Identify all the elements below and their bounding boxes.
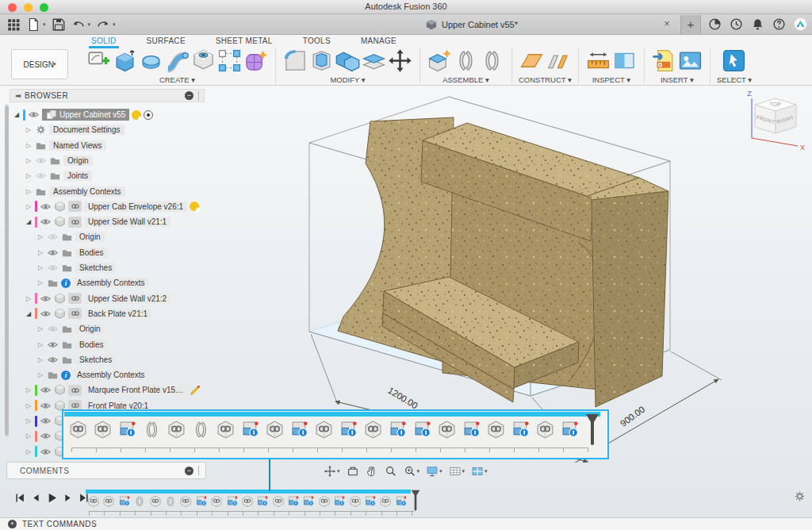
- visibility-eye-icon[interactable]: [28, 109, 40, 121]
- document-tab[interactable]: Upper Cabinet v55*: [262, 14, 682, 35]
- toolbar-group-label-construct[interactable]: CONSTRUCT ▾: [519, 75, 572, 84]
- browser-row[interactable]: ◢Back Plate v21:1: [25, 306, 151, 321]
- browser-item-label[interactable]: Document Settings: [49, 125, 124, 135]
- browser-item-label[interactable]: Assembly Contexts: [49, 186, 125, 197]
- browser-item-label[interactable]: Origin: [63, 156, 93, 166]
- insert-canvas-button[interactable]: [677, 48, 703, 74]
- timeline-info-marker[interactable]: [364, 495, 377, 508]
- orbit-button[interactable]: ▾: [324, 465, 340, 478]
- joint-button[interactable]: [453, 48, 479, 74]
- browser-row[interactable]: ▷Marquee Front Plate v15…: [25, 382, 201, 398]
- browser-row[interactable]: ▷Upper Cab Envelope v26:1: [25, 199, 199, 214]
- browser-item-label[interactable]: Joints: [63, 171, 92, 181]
- help-icon[interactable]: [772, 17, 786, 31]
- ribbon-tab-manage[interactable]: MANAGE: [358, 36, 399, 48]
- timeline-link-marker[interactable]: [149, 495, 162, 508]
- timeline-link-marker[interactable]: [167, 420, 186, 440]
- visibility-eye-icon[interactable]: [47, 231, 59, 243]
- ribbon-tab-surface[interactable]: SURFACE: [144, 36, 188, 48]
- viewports-button[interactable]: ▾: [471, 465, 488, 478]
- browser-item-label[interactable]: Upper Side Wall v21:1: [84, 217, 170, 227]
- expand-arrow-icon[interactable]: ▷: [25, 203, 33, 210]
- fillet-button[interactable]: [282, 48, 308, 74]
- toolbar-group-label-assemble[interactable]: ASSEMBLE ▾: [442, 75, 489, 84]
- toolbar-group-label-insert[interactable]: INSERT ▾: [661, 75, 694, 84]
- timeline-joint-marker[interactable]: [191, 420, 211, 440]
- browser-row[interactable]: ▷Bodies: [36, 245, 108, 260]
- viewcube[interactable]: TOP FRONT RIGHT Z X: [744, 89, 810, 156]
- timeline-link-marker[interactable]: [93, 420, 113, 440]
- timeline-info-marker[interactable]: [333, 495, 346, 508]
- browser-item-label[interactable]: Origin: [75, 324, 105, 334]
- timeline-settings-gear-icon[interactable]: [793, 490, 806, 503]
- browser-item-label[interactable]: Assembly Contexts: [73, 370, 149, 380]
- timeline-link-marker[interactable]: [318, 495, 331, 508]
- browser-item-label[interactable]: Upper Cabinet v55: [42, 109, 129, 121]
- browser-scrollbar-thumb[interactable]: [5, 106, 9, 436]
- panel-toggle-icon[interactable]: −: [185, 91, 193, 100]
- caret-down-icon[interactable]: ▾: [113, 21, 116, 28]
- expand-arrow-icon[interactable]: ▷: [25, 386, 33, 394]
- browser-item-label[interactable]: Sketches: [75, 263, 116, 273]
- timeline-joint-marker[interactable]: [142, 420, 162, 440]
- browser-row[interactable]: ▷iAssembly Contexts: [36, 367, 149, 382]
- playback-go-start-button[interactable]: [14, 492, 26, 504]
- playback-step-back-button[interactable]: [30, 492, 42, 504]
- timeline-info-marker[interactable]: [302, 495, 315, 508]
- measure-button[interactable]: [585, 48, 611, 74]
- expand-arrow-icon[interactable]: ▷: [36, 371, 44, 378]
- ribbon-tab-tools[interactable]: TOOLS: [301, 36, 333, 48]
- timeline-link-marker[interactable]: [216, 420, 236, 440]
- browser-row[interactable]: ▷Origin: [36, 229, 105, 244]
- section-analysis-button[interactable]: [611, 48, 638, 74]
- ribbon-tab-sheet-metal[interactable]: SHEET METAL: [213, 36, 275, 48]
- recent-icon[interactable]: [730, 17, 743, 31]
- expand-arrow-icon[interactable]: ▷: [36, 233, 44, 240]
- job-status-icon[interactable]: [708, 17, 722, 31]
- visibility-eye-icon[interactable]: [47, 323, 59, 335]
- timeline-info-marker[interactable]: [118, 495, 131, 508]
- combine-button[interactable]: [335, 48, 361, 74]
- look-at-button[interactable]: [347, 465, 359, 478]
- visibility-eye-icon[interactable]: [40, 201, 52, 213]
- autodesk-account-icon[interactable]: [794, 17, 807, 31]
- visibility-eye-icon[interactable]: [40, 446, 52, 458]
- comments-panel-header[interactable]: COMMENTS −: [6, 462, 206, 479]
- zoom-window-button[interactable]: ▾: [404, 465, 420, 478]
- timeline-link-marker[interactable]: [349, 495, 362, 508]
- timeline-link-marker[interactable]: [272, 495, 285, 508]
- visibility-eye-icon[interactable]: [47, 339, 59, 351]
- activate-component-radio[interactable]: [144, 110, 153, 120]
- expand-arrow-icon[interactable]: ▷: [36, 279, 44, 286]
- timeline-link-marker[interactable]: [486, 420, 506, 440]
- new-tab-button[interactable]: +: [680, 15, 701, 34]
- timeline-info-marker[interactable]: [240, 420, 260, 440]
- expand-arrow-icon[interactable]: ▷: [36, 341, 44, 348]
- browser-row[interactable]: ▷: [25, 413, 66, 428]
- expand-arrow-icon[interactable]: ▷: [25, 432, 33, 440]
- playback-step-forward-button[interactable]: [62, 492, 74, 504]
- browser-row[interactable]: ▷Sketches: [36, 260, 116, 275]
- expand-arrow-icon[interactable]: ▷: [36, 264, 44, 271]
- timeline-link-marker[interactable]: [87, 495, 100, 508]
- browser-row[interactable]: ▷Joints: [25, 168, 92, 183]
- browser-item-label[interactable]: Bodies: [75, 248, 108, 258]
- toolbar-group-label-inspect[interactable]: INSPECT ▾: [592, 75, 630, 84]
- browser-item-label[interactable]: Upper Side Wall v21:2: [84, 294, 170, 304]
- browser-item-label[interactable]: Origin: [75, 232, 105, 242]
- collapse-arrow-icon[interactable]: ◢: [25, 218, 33, 225]
- browser-row[interactable]: ▷Named Views: [25, 138, 106, 153]
- collapse-panel-icon[interactable]: ◂◂: [15, 92, 20, 99]
- timeline-info-marker[interactable]: [256, 495, 269, 508]
- browser-row[interactable]: ◢Upper Side Wall v21:1: [25, 214, 170, 229]
- browser-item-label[interactable]: Sketches: [75, 355, 116, 365]
- expand-arrow-icon[interactable]: ▷: [25, 417, 33, 424]
- timeline-info-marker[interactable]: [287, 495, 300, 508]
- split-body-button[interactable]: [361, 48, 387, 74]
- sweep-button[interactable]: [164, 48, 190, 74]
- browser-row[interactable]: ▷Origin: [36, 321, 105, 336]
- new-component-button[interactable]: [427, 48, 453, 74]
- browser-row[interactable]: ▷Bodies: [36, 337, 108, 352]
- ribbon-tab-solid[interactable]: SOLID: [89, 36, 119, 48]
- expand-arrow-icon[interactable]: ▷: [25, 448, 33, 455]
